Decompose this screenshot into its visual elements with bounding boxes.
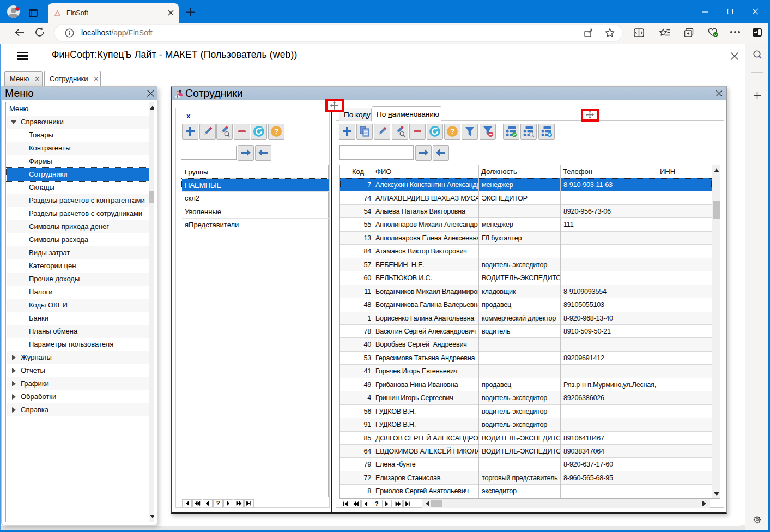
svg-text:?: ? — [450, 127, 455, 136]
svg-text:?: ? — [274, 127, 278, 136]
